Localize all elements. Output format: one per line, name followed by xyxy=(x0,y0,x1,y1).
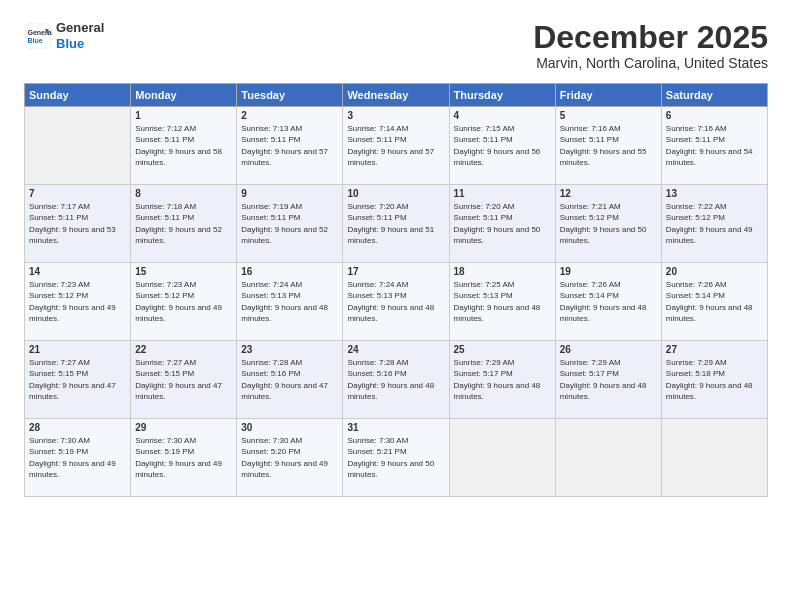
day-info: Sunrise: 7:30 AMSunset: 5:21 PMDaylight:… xyxy=(347,435,444,480)
day-info: Sunrise: 7:29 AMSunset: 5:17 PMDaylight:… xyxy=(560,357,657,402)
calendar-day-cell: 3Sunrise: 7:14 AMSunset: 5:11 PMDaylight… xyxy=(343,107,449,185)
day-number: 25 xyxy=(454,344,551,355)
header-row: SundayMondayTuesdayWednesdayThursdayFrid… xyxy=(25,84,768,107)
day-info: Sunrise: 7:13 AMSunset: 5:11 PMDaylight:… xyxy=(241,123,338,168)
day-number: 5 xyxy=(560,110,657,121)
day-info: Sunrise: 7:24 AMSunset: 5:13 PMDaylight:… xyxy=(241,279,338,324)
calendar-day-cell: 2Sunrise: 7:13 AMSunset: 5:11 PMDaylight… xyxy=(237,107,343,185)
day-info: Sunrise: 7:19 AMSunset: 5:11 PMDaylight:… xyxy=(241,201,338,246)
weekday-header: Monday xyxy=(131,84,237,107)
calendar-week-row: 1Sunrise: 7:12 AMSunset: 5:11 PMDaylight… xyxy=(25,107,768,185)
calendar-day-cell: 13Sunrise: 7:22 AMSunset: 5:12 PMDayligh… xyxy=(661,185,767,263)
day-info: Sunrise: 7:21 AMSunset: 5:12 PMDaylight:… xyxy=(560,201,657,246)
calendar-day-cell: 7Sunrise: 7:17 AMSunset: 5:11 PMDaylight… xyxy=(25,185,131,263)
calendar-day-cell: 17Sunrise: 7:24 AMSunset: 5:13 PMDayligh… xyxy=(343,263,449,341)
day-number: 30 xyxy=(241,422,338,433)
calendar-day-cell xyxy=(25,107,131,185)
logo-line1: General xyxy=(56,20,104,36)
day-number: 19 xyxy=(560,266,657,277)
calendar-day-cell: 19Sunrise: 7:26 AMSunset: 5:14 PMDayligh… xyxy=(555,263,661,341)
calendar-day-cell: 5Sunrise: 7:16 AMSunset: 5:11 PMDaylight… xyxy=(555,107,661,185)
logo: General Blue General Blue xyxy=(24,20,104,51)
calendar-day-cell xyxy=(555,419,661,497)
calendar-day-cell: 29Sunrise: 7:30 AMSunset: 5:19 PMDayligh… xyxy=(131,419,237,497)
day-number: 20 xyxy=(666,266,763,277)
weekday-header: Wednesday xyxy=(343,84,449,107)
calendar-day-cell: 11Sunrise: 7:20 AMSunset: 5:11 PMDayligh… xyxy=(449,185,555,263)
calendar-day-cell: 24Sunrise: 7:28 AMSunset: 5:16 PMDayligh… xyxy=(343,341,449,419)
day-number: 3 xyxy=(347,110,444,121)
day-info: Sunrise: 7:23 AMSunset: 5:12 PMDaylight:… xyxy=(135,279,232,324)
day-number: 12 xyxy=(560,188,657,199)
calendar-header: SundayMondayTuesdayWednesdayThursdayFrid… xyxy=(25,84,768,107)
day-info: Sunrise: 7:30 AMSunset: 5:19 PMDaylight:… xyxy=(135,435,232,480)
day-number: 18 xyxy=(454,266,551,277)
calendar-day-cell: 4Sunrise: 7:15 AMSunset: 5:11 PMDaylight… xyxy=(449,107,555,185)
day-number: 31 xyxy=(347,422,444,433)
day-info: Sunrise: 7:30 AMSunset: 5:20 PMDaylight:… xyxy=(241,435,338,480)
calendar-day-cell: 16Sunrise: 7:24 AMSunset: 5:13 PMDayligh… xyxy=(237,263,343,341)
calendar-day-cell: 27Sunrise: 7:29 AMSunset: 5:18 PMDayligh… xyxy=(661,341,767,419)
weekday-header: Friday xyxy=(555,84,661,107)
weekday-header: Saturday xyxy=(661,84,767,107)
day-number: 2 xyxy=(241,110,338,121)
title-block: December 2025 Marvin, North Carolina, Un… xyxy=(533,20,768,71)
day-number: 21 xyxy=(29,344,126,355)
day-info: Sunrise: 7:16 AMSunset: 5:11 PMDaylight:… xyxy=(560,123,657,168)
calendar-day-cell: 23Sunrise: 7:28 AMSunset: 5:16 PMDayligh… xyxy=(237,341,343,419)
weekday-header: Tuesday xyxy=(237,84,343,107)
day-number: 29 xyxy=(135,422,232,433)
day-number: 24 xyxy=(347,344,444,355)
day-info: Sunrise: 7:20 AMSunset: 5:11 PMDaylight:… xyxy=(454,201,551,246)
day-info: Sunrise: 7:14 AMSunset: 5:11 PMDaylight:… xyxy=(347,123,444,168)
calendar-day-cell: 22Sunrise: 7:27 AMSunset: 5:15 PMDayligh… xyxy=(131,341,237,419)
day-info: Sunrise: 7:29 AMSunset: 5:18 PMDaylight:… xyxy=(666,357,763,402)
calendar-day-cell: 6Sunrise: 7:16 AMSunset: 5:11 PMDaylight… xyxy=(661,107,767,185)
logo-icon: General Blue xyxy=(24,22,52,50)
day-info: Sunrise: 7:18 AMSunset: 5:11 PMDaylight:… xyxy=(135,201,232,246)
calendar-table: SundayMondayTuesdayWednesdayThursdayFrid… xyxy=(24,83,768,497)
calendar-day-cell: 12Sunrise: 7:21 AMSunset: 5:12 PMDayligh… xyxy=(555,185,661,263)
day-info: Sunrise: 7:30 AMSunset: 5:19 PMDaylight:… xyxy=(29,435,126,480)
day-number: 22 xyxy=(135,344,232,355)
calendar-day-cell: 10Sunrise: 7:20 AMSunset: 5:11 PMDayligh… xyxy=(343,185,449,263)
day-number: 17 xyxy=(347,266,444,277)
day-number: 13 xyxy=(666,188,763,199)
day-info: Sunrise: 7:20 AMSunset: 5:11 PMDaylight:… xyxy=(347,201,444,246)
day-number: 11 xyxy=(454,188,551,199)
calendar-day-cell: 21Sunrise: 7:27 AMSunset: 5:15 PMDayligh… xyxy=(25,341,131,419)
day-info: Sunrise: 7:26 AMSunset: 5:14 PMDaylight:… xyxy=(666,279,763,324)
day-number: 28 xyxy=(29,422,126,433)
day-number: 14 xyxy=(29,266,126,277)
calendar-day-cell: 14Sunrise: 7:23 AMSunset: 5:12 PMDayligh… xyxy=(25,263,131,341)
calendar-week-row: 28Sunrise: 7:30 AMSunset: 5:19 PMDayligh… xyxy=(25,419,768,497)
day-info: Sunrise: 7:24 AMSunset: 5:13 PMDaylight:… xyxy=(347,279,444,324)
calendar-day-cell: 8Sunrise: 7:18 AMSunset: 5:11 PMDaylight… xyxy=(131,185,237,263)
day-info: Sunrise: 7:22 AMSunset: 5:12 PMDaylight:… xyxy=(666,201,763,246)
location: Marvin, North Carolina, United States xyxy=(533,55,768,71)
calendar-day-cell: 30Sunrise: 7:30 AMSunset: 5:20 PMDayligh… xyxy=(237,419,343,497)
calendar-day-cell: 26Sunrise: 7:29 AMSunset: 5:17 PMDayligh… xyxy=(555,341,661,419)
day-info: Sunrise: 7:12 AMSunset: 5:11 PMDaylight:… xyxy=(135,123,232,168)
calendar-day-cell: 15Sunrise: 7:23 AMSunset: 5:12 PMDayligh… xyxy=(131,263,237,341)
weekday-header: Thursday xyxy=(449,84,555,107)
calendar-week-row: 21Sunrise: 7:27 AMSunset: 5:15 PMDayligh… xyxy=(25,341,768,419)
day-info: Sunrise: 7:27 AMSunset: 5:15 PMDaylight:… xyxy=(29,357,126,402)
day-number: 27 xyxy=(666,344,763,355)
day-info: Sunrise: 7:23 AMSunset: 5:12 PMDaylight:… xyxy=(29,279,126,324)
day-info: Sunrise: 7:29 AMSunset: 5:17 PMDaylight:… xyxy=(454,357,551,402)
day-number: 26 xyxy=(560,344,657,355)
calendar-week-row: 7Sunrise: 7:17 AMSunset: 5:11 PMDaylight… xyxy=(25,185,768,263)
day-number: 16 xyxy=(241,266,338,277)
day-info: Sunrise: 7:17 AMSunset: 5:11 PMDaylight:… xyxy=(29,201,126,246)
day-number: 15 xyxy=(135,266,232,277)
day-info: Sunrise: 7:28 AMSunset: 5:16 PMDaylight:… xyxy=(347,357,444,402)
day-info: Sunrise: 7:15 AMSunset: 5:11 PMDaylight:… xyxy=(454,123,551,168)
calendar-day-cell: 28Sunrise: 7:30 AMSunset: 5:19 PMDayligh… xyxy=(25,419,131,497)
logo-text: General Blue xyxy=(56,20,104,51)
calendar-day-cell xyxy=(661,419,767,497)
calendar-day-cell: 18Sunrise: 7:25 AMSunset: 5:13 PMDayligh… xyxy=(449,263,555,341)
logo-line2: Blue xyxy=(56,36,104,52)
calendar-day-cell xyxy=(449,419,555,497)
calendar-day-cell: 1Sunrise: 7:12 AMSunset: 5:11 PMDaylight… xyxy=(131,107,237,185)
